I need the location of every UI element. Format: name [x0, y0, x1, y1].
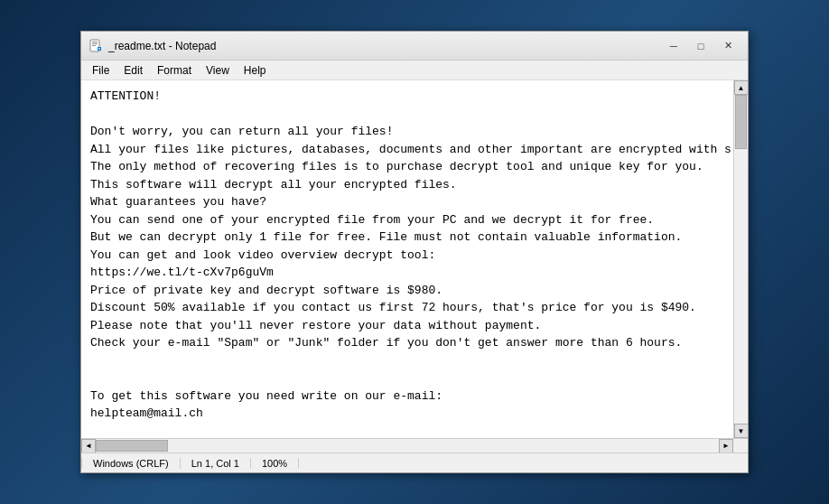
horizontal-scrollbar-container: ◄ ►: [81, 438, 748, 453]
menu-edit[interactable]: Edit: [116, 62, 150, 79]
scroll-up-button[interactable]: ▲: [734, 80, 749, 95]
menu-view[interactable]: View: [199, 62, 237, 79]
svg-rect-1: [92, 42, 98, 42]
menu-help[interactable]: Help: [237, 62, 274, 79]
minimize-button[interactable]: ─: [661, 36, 686, 56]
scroll-right-button[interactable]: ►: [719, 439, 733, 453]
window-controls: ─ □ ✕: [661, 36, 741, 56]
maximize-button[interactable]: □: [688, 36, 713, 56]
title-bar: _readme.txt - Notepad ─ □ ✕: [81, 32, 748, 61]
notepad-icon: [88, 39, 103, 53]
scroll-down-button[interactable]: ▼: [734, 424, 749, 438]
svg-rect-3: [92, 45, 96, 46]
svg-rect-2: [92, 43, 98, 44]
close-button[interactable]: ✕: [715, 36, 741, 56]
status-line-col: Ln 1, Col 1: [181, 458, 251, 469]
menu-file[interactable]: File: [85, 62, 116, 79]
menu-bar: File Edit Format View Help: [81, 61, 748, 80]
status-encoding: Windows (CRLF): [81, 458, 181, 469]
scroll-thumb-h[interactable]: [96, 440, 168, 452]
status-left: Windows (CRLF) Ln 1, Col 1 100%: [81, 458, 748, 469]
menu-format[interactable]: Format: [150, 62, 199, 79]
vertical-scrollbar[interactable]: ▲ ▼: [733, 80, 748, 438]
window-title: _readme.txt - Notepad: [108, 40, 661, 52]
scroll-track-h[interactable]: [96, 439, 719, 453]
status-zoom: 100%: [251, 458, 299, 469]
status-bar: Windows (CRLF) Ln 1, Col 1 100%: [81, 453, 748, 472]
scroll-thumb-v[interactable]: [735, 95, 747, 149]
scroll-track-v[interactable]: [734, 95, 748, 424]
scrollbar-corner: [733, 439, 748, 453]
content-area: ATTENTION! Don't worry, you can return a…: [81, 80, 748, 438]
notepad-window: _readme.txt - Notepad ─ □ ✕ File Edit Fo…: [80, 31, 749, 473]
scroll-left-button[interactable]: ◄: [81, 439, 96, 453]
text-editor[interactable]: ATTENTION! Don't worry, you can return a…: [81, 80, 733, 438]
